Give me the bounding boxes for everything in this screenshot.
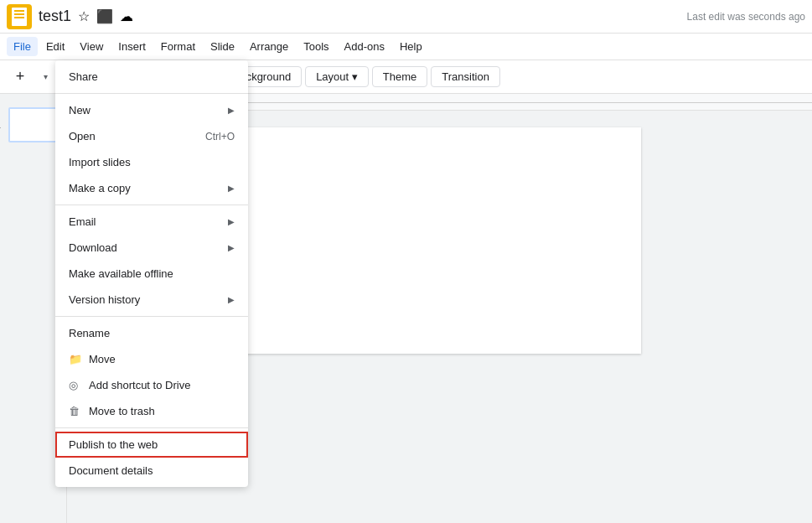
menu-version-history[interactable]: Version history ▶ (55, 287, 248, 313)
file-dropdown-menu: Share New ▶ Open Ctrl+O Import slides Ma… (55, 60, 248, 487)
slide-canvas[interactable] (239, 127, 641, 354)
make-copy-arrow-icon: ▶ (228, 184, 235, 193)
download-arrow-icon: ▶ (228, 243, 235, 252)
menu-item-edit[interactable]: Edit (39, 37, 71, 56)
trash-icon: 🗑 (69, 405, 82, 417)
menu-email[interactable]: Email ▶ (55, 209, 248, 235)
menu-rename[interactable]: Rename (55, 320, 248, 346)
menu-item-view[interactable]: View (73, 37, 110, 56)
add-button[interactable]: + (7, 64, 34, 91)
menu-publish-to-web[interactable]: Publish to the web (55, 432, 248, 458)
slide-thumbnail[interactable] (8, 107, 59, 142)
title-bar: test1 ☆ ⬛ ☁ Last edit was seconds ago (0, 0, 812, 34)
menu-new[interactable]: New ▶ (55, 97, 248, 123)
menu-make-available-offline[interactable]: Make available offline (55, 261, 248, 287)
version-history-arrow-icon: ▶ (228, 295, 235, 304)
open-shortcut: Ctrl+O (205, 131, 235, 142)
menu-import-slides[interactable]: Import slides (55, 149, 248, 175)
menu-move-to-trash[interactable]: 🗑 Move to trash (55, 398, 248, 424)
divider-4 (55, 427, 248, 428)
divider-2 (55, 205, 248, 205)
folder-icon: 📁 (69, 353, 82, 365)
menu-item-tools[interactable]: Tools (297, 37, 335, 56)
divider-1 (55, 93, 248, 94)
new-arrow-icon: ▶ (228, 106, 235, 115)
menu-item-addons[interactable]: Add-ons (338, 37, 391, 56)
menu-item-file[interactable]: File (7, 37, 38, 56)
menu-download[interactable]: Download ▶ (55, 235, 248, 261)
menu-open[interactable]: Open Ctrl+O (55, 123, 248, 149)
email-arrow-icon: ▶ (228, 217, 235, 226)
menu-bar: File Edit View Insert Format Slide Arran… (0, 34, 812, 60)
slide-number: 1 (0, 121, 1, 130)
app-icon (7, 4, 32, 29)
menu-share[interactable]: Share (55, 64, 248, 90)
menu-make-copy[interactable]: Make a copy ▶ (55, 175, 248, 201)
last-edit-text: Last edit was seconds ago (687, 11, 805, 23)
theme-button[interactable]: Theme (372, 66, 427, 87)
cloud-icon[interactable]: ☁ (120, 8, 133, 24)
add-chevron[interactable]: ▾ (37, 64, 54, 91)
menu-item-format[interactable]: Format (154, 37, 202, 56)
history-icon[interactable]: ⬛ (96, 8, 113, 24)
layout-button[interactable]: Layout ▾ (305, 66, 369, 87)
menu-add-shortcut[interactable]: ◎ Add shortcut to Drive (55, 372, 248, 398)
divider-3 (55, 316, 248, 317)
star-icon[interactable]: ☆ (78, 8, 90, 24)
menu-document-details[interactable]: Document details (55, 458, 248, 484)
doc-title[interactable]: test1 (39, 8, 71, 25)
transition-button[interactable]: Transition (431, 66, 500, 87)
menu-item-slide[interactable]: Slide (204, 37, 241, 56)
menu-item-help[interactable]: Help (393, 37, 429, 56)
menu-item-insert[interactable]: Insert (111, 37, 153, 56)
menu-item-arrange[interactable]: Arrange (243, 37, 295, 56)
drive-icon: ◎ (69, 379, 82, 391)
menu-move[interactable]: 📁 Move (55, 346, 248, 372)
